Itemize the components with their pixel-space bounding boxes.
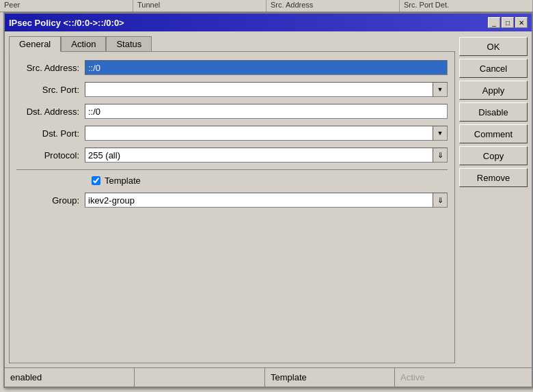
- protocol-dropdown-btn[interactable]: [433, 148, 448, 163]
- protocol-row: Protocol:: [16, 148, 448, 163]
- src-address-input[interactable]: [85, 60, 448, 75]
- status-empty: [135, 368, 265, 387]
- protocol-input[interactable]: [85, 148, 433, 163]
- group-dropdown-btn[interactable]: [433, 193, 448, 208]
- dst-address-label: Dst. Address:: [16, 107, 85, 117]
- protocol-field: [85, 148, 448, 163]
- status-enabled: enabled: [5, 368, 135, 387]
- status-active: Active: [395, 368, 532, 387]
- minimize-button[interactable]: _: [488, 17, 500, 28]
- tab-content-general: Src. Address: Src. Port: Dst. Address:: [9, 51, 455, 363]
- disable-button[interactable]: Disable: [459, 102, 528, 122]
- template-row: Template: [92, 176, 448, 186]
- dialog-body: General Action Status Src. Address: Src.…: [5, 31, 532, 367]
- remove-button[interactable]: Remove: [459, 168, 528, 187]
- status-bar: enabled Template Active: [5, 367, 532, 387]
- dst-port-row: Dst. Port:: [16, 126, 448, 141]
- separator: [16, 169, 448, 170]
- src-port-label: Src. Port:: [16, 85, 85, 95]
- dst-port-dropdown-btn[interactable]: [433, 126, 448, 141]
- close-button[interactable]: ✕: [515, 17, 528, 28]
- right-panel: OK Cancel Apply Disable Comment Copy Rem…: [459, 36, 528, 363]
- template-checkbox[interactable]: [92, 176, 100, 185]
- col-tunnel: Tunnel: [133, 0, 266, 12]
- col-src-address: Src. Address: [266, 0, 400, 12]
- col-src-port: Src. Port Det.: [400, 0, 533, 12]
- dialog-title: IPsec Policy <::/0:0->::/0:0>: [9, 18, 124, 28]
- dst-address-input[interactable]: [85, 104, 448, 119]
- title-bar: IPsec Policy <::/0:0->::/0:0> _ □ ✕: [5, 14, 532, 31]
- tab-status[interactable]: Status: [106, 36, 152, 52]
- dst-address-row: Dst. Address:: [16, 104, 448, 119]
- tab-general[interactable]: General: [9, 36, 61, 52]
- src-port-dropdown-btn[interactable]: [433, 82, 448, 97]
- template-label: Template: [105, 176, 141, 186]
- group-row: Group:: [16, 193, 448, 208]
- ok-button[interactable]: OK: [459, 37, 528, 56]
- apply-button[interactable]: Apply: [459, 81, 528, 100]
- group-label: Group:: [16, 195, 85, 206]
- title-bar-buttons: _ □ ✕: [488, 17, 528, 28]
- group-field: [85, 193, 448, 208]
- col-peer: Peer: [0, 0, 133, 12]
- src-port-field: [85, 82, 448, 97]
- tab-bar: General Action Status: [9, 36, 455, 51]
- dst-port-field: [85, 126, 448, 141]
- dst-port-label: Dst. Port:: [16, 128, 85, 139]
- left-panel: General Action Status Src. Address: Src.…: [9, 36, 455, 363]
- src-address-row: Src. Address:: [16, 60, 448, 75]
- comment-button[interactable]: Comment: [459, 124, 528, 143]
- group-input[interactable]: [85, 193, 433, 208]
- src-address-label: Src. Address:: [16, 63, 85, 73]
- src-port-row: Src. Port:: [16, 82, 448, 97]
- list-header: Peer Tunnel Src. Address Src. Port Det.: [0, 0, 533, 12]
- src-port-input[interactable]: [85, 82, 433, 97]
- dst-port-input[interactable]: [85, 126, 433, 141]
- cancel-button[interactable]: Cancel: [459, 59, 528, 78]
- copy-button[interactable]: Copy: [459, 146, 528, 165]
- maximize-button[interactable]: □: [502, 17, 514, 28]
- protocol-label: Protocol:: [16, 150, 85, 160]
- status-template: Template: [265, 368, 395, 387]
- ipsec-policy-dialog: IPsec Policy <::/0:0->::/0:0> _ □ ✕ Gene…: [3, 12, 533, 388]
- tab-action[interactable]: Action: [61, 36, 106, 52]
